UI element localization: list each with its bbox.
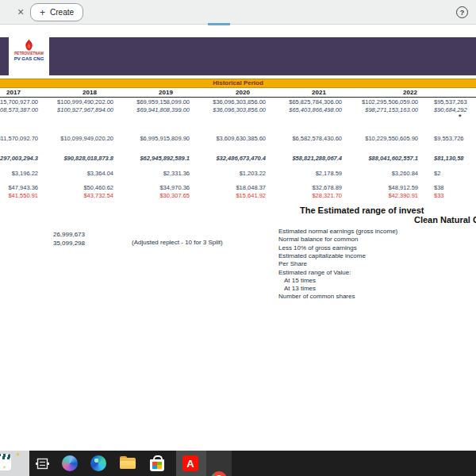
cell: $2,331.36: [115, 170, 191, 178]
active-app-indicator: [208, 23, 230, 25]
cell: $34,970.36: [115, 184, 191, 192]
plus-icon: +: [40, 7, 45, 18]
cell: $69,959,158,099.00: [115, 98, 191, 106]
cell: $18,048.37: [191, 184, 267, 192]
year-header: 2022: [403, 89, 417, 96]
estimate-title-line1: The Estimated range of invest: [300, 205, 424, 215]
create-tab-button[interactable]: + Create: [30, 3, 83, 21]
cell: $58,821,288,067.4: [267, 155, 344, 163]
estimate-item: Normal balance for common: [278, 236, 358, 244]
table-row: 811,570,092.70$10,099,949,020.20$6,995,9…: [0, 135, 476, 143]
pv-gas-logo: PETROVIETNAM PV GAS CNG: [9, 37, 49, 75]
sparkle-icon: ✦: [2, 464, 6, 470]
cell: $10,099,949,020.20: [40, 135, 115, 143]
create-tab-label: Create: [50, 8, 74, 17]
microsoft-store-icon[interactable]: [150, 459, 164, 471]
table-row: 115,700,927.00$100,999,490,202.00$69,959…: [0, 98, 476, 106]
cell: 5,297,003,294.3: [0, 155, 40, 163]
cell: $65,825,784,306.00: [267, 98, 344, 106]
year-header: 2019: [159, 89, 173, 96]
table-row: $41,550.91$43,732.54$30,307.65$15,641.92…: [0, 192, 476, 200]
estimate-item: Less 10% of gross earnings: [278, 244, 357, 252]
cell: $3,196.22: [0, 170, 40, 178]
cell: $48,912.59: [344, 184, 420, 192]
cell: $3,364.04: [40, 170, 115, 178]
year-header: 2017: [6, 89, 21, 96]
acrobat-icon[interactable]: [182, 455, 198, 471]
cell: $100,927,967,894.00: [40, 106, 115, 114]
cell: $81,130,58: [420, 155, 476, 163]
cell: $32,678.89: [267, 184, 344, 192]
brand-band: [0, 37, 476, 75]
year-header: 2018: [83, 89, 97, 96]
year-header: 2021: [312, 89, 326, 96]
sparkle-icon: ✦: [15, 451, 21, 459]
cell: $32,486,673,470.4: [191, 155, 267, 163]
estimate-item: At 13 times: [284, 285, 316, 293]
cell: $43,732.54: [40, 192, 115, 200]
estimate-item: Estimated normal earnings (gross income): [278, 228, 397, 236]
estimate-item: Estimated capitalizable income: [278, 252, 366, 260]
table-row: 5,297,003,294.3$90,828,018,873.8$62,945,…: [0, 155, 476, 163]
table-row: $47,943.36$50,460.62$34,970.36$18,048.37…: [0, 184, 476, 192]
cell: 115,700,927.00: [0, 98, 40, 106]
cell: 108,573,387.00: [0, 106, 40, 114]
cell: $50,460.62: [40, 184, 115, 192]
cell: $15,641.92: [191, 192, 267, 200]
year-header-row: 201720182019202020212022: [0, 88, 476, 98]
cell: $2,178.59: [267, 170, 344, 178]
logo-line2: PV GAS CNG: [14, 56, 44, 62]
taskbar-tile-clipchamp[interactable]: ✦ ✦: [0, 451, 29, 476]
cell: $6,582,578,430.60: [267, 135, 344, 143]
estimate-item: Estimated range of Value:: [278, 269, 351, 277]
cell: $28,321.70: [267, 192, 344, 200]
cell: $90,684,292: [420, 106, 476, 114]
cell: $36,096,303,856.00: [191, 106, 267, 114]
cell: $41,550.91: [0, 192, 40, 200]
cell: $62,945,892,589.1: [115, 155, 191, 163]
table-row: 108,573,387.00$100,927,967,894.00$69,941…: [0, 106, 476, 114]
historical-period-banner: Historical Period: [0, 79, 476, 88]
close-tab-icon[interactable]: ×: [17, 6, 24, 18]
cell: $3,609,630,385.60: [191, 135, 267, 143]
estimate-item: Per Share: [278, 260, 307, 268]
help-icon[interactable]: ?: [456, 6, 468, 18]
cell: $90,828,018,873.8: [40, 155, 115, 163]
flame-icon: [24, 39, 34, 52]
estimate-item: At 15 times: [284, 277, 316, 285]
cell: $98,271,153,163.00: [344, 106, 420, 114]
browser-tab-bar: × + Create ?: [0, 0, 476, 25]
cell: $38: [420, 184, 476, 192]
split-adjustment-note: (Adjusted replect - 10 for 3 Split): [132, 239, 223, 246]
cell: $36,096,303,856.00: [191, 98, 267, 106]
cell: $10,229,550,605.90: [344, 135, 420, 143]
share-count-2: 35,099,298: [29, 240, 85, 248]
copilot-icon[interactable]: [62, 455, 78, 471]
cell: $33: [420, 192, 476, 200]
cell: $30,307.65: [115, 192, 191, 200]
estimate-title-line2: Clean Natural Gas: [414, 215, 476, 225]
cell: $3,260.84: [344, 170, 420, 178]
cell: $6,995,915,809.90: [115, 135, 191, 143]
file-explorer-icon[interactable]: [120, 455, 136, 470]
estimate-item: Number of common shares: [278, 293, 355, 301]
table-row: $3,196.22$3,364.04$2,331.36$1,203.22$2,1…: [0, 170, 476, 178]
cell: $2: [420, 170, 476, 178]
cell: $65,403,866,498.00: [267, 106, 344, 114]
cell: $42,390.91: [344, 192, 420, 200]
task-view-icon[interactable]: [36, 458, 49, 470]
cell: $47,943.36: [0, 184, 40, 192]
cell: $69,941,808,399.00: [115, 106, 191, 114]
cell: $100,999,490,202.00: [40, 98, 115, 106]
cell: $102,295,506,059.00: [344, 98, 420, 106]
year-header: 2020: [236, 89, 250, 96]
share-count-1: 26,999,673: [29, 231, 85, 239]
cell: $88,041,602,557.1: [344, 155, 420, 163]
edge-icon[interactable]: [90, 455, 106, 471]
cell: 811,570,092.70: [0, 135, 40, 143]
cell: $95,537,263: [420, 98, 476, 106]
cell: $1,203.22: [191, 170, 267, 178]
screen: × + Create ? PETROVIETNAM PV GAS CNG His…: [0, 0, 476, 476]
cell: $9,553,726: [420, 135, 476, 143]
